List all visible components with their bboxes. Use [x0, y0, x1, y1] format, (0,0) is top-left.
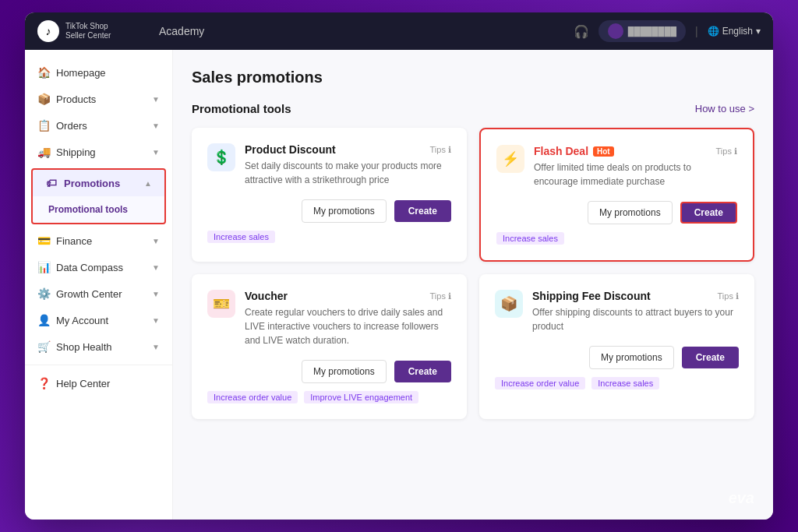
- flash-deal-title-text: Flash Deal: [534, 145, 588, 157]
- top-nav[interactable]: Academy: [159, 25, 561, 37]
- sidebar-item-orders[interactable]: 📋 Orders ▼: [25, 112, 172, 139]
- card-actions-shipping-fee-discount: My promotions Create: [495, 346, 739, 369]
- lang-label: English: [722, 26, 753, 37]
- promotions-section-highlighted: 🏷 Promotions ▲ Promotional tools: [31, 168, 166, 224]
- sidebar-label-shipping: Shipping: [56, 146, 146, 158]
- card-tags-voucher: Increase order value Improve LIVE engage…: [207, 391, 451, 403]
- hot-badge: Hot: [593, 146, 614, 157]
- app-sub: Seller Center: [65, 31, 111, 41]
- card-tips-shipping-fee-discount[interactable]: Tips ℹ: [718, 291, 739, 301]
- card-tips-product-discount[interactable]: Tips ℹ: [430, 145, 451, 155]
- my-promotions-button-voucher[interactable]: My promotions: [302, 360, 387, 383]
- card-actions-voucher: My promotions Create: [207, 360, 451, 383]
- card-desc-voucher: Create regular vouchers to drive daily s…: [245, 305, 451, 347]
- card-title-voucher: Voucher: [245, 290, 288, 302]
- sidebar-item-promotions[interactable]: 🏷 Promotions ▲: [33, 170, 164, 196]
- promotions-icon: 🏷: [45, 177, 58, 189]
- section-header: Promotional tools How to use >: [192, 102, 754, 115]
- chevron-data-compass: ▼: [152, 263, 160, 272]
- card-desc-flash-deal: Offer limited time deals on products to …: [534, 160, 737, 188]
- sidebar-item-shop-health[interactable]: 🛒 Shop Health ▼: [25, 333, 172, 360]
- card-header-shipping-fee-discount: 📦 Shipping Fee Discount Tips ℹ Offer shi…: [495, 290, 739, 333]
- sidebar-divider: [25, 365, 172, 365]
- card-info-voucher: Voucher Tips ℹ Create regular vouchers t…: [245, 290, 451, 347]
- top-bar: ♪ TikTok Shop Seller Center Academy 🎧 ██…: [25, 12, 773, 50]
- sidebar-label-growth-center: Growth Center: [56, 288, 146, 300]
- nav-academy[interactable]: Academy: [159, 25, 204, 37]
- card-title-row-product-discount: Product Discount Tips ℹ: [245, 143, 451, 156]
- sidebar-item-data-compass[interactable]: 📊 Data Compass ▼: [25, 254, 172, 280]
- main-layout: 🏠 Homepage 📦 Products ▼ 📋 Orders ▼: [25, 50, 773, 520]
- user-pill[interactable]: ████████: [598, 20, 686, 42]
- sidebar-item-my-account[interactable]: 👤 My Account ▼: [25, 307, 172, 333]
- sidebar-label-products: Products: [56, 93, 146, 105]
- page-title: Sales promotions: [192, 69, 754, 86]
- finance-icon: 💳: [37, 234, 50, 247]
- user-avatar: [608, 23, 623, 39]
- card-tags-shipping-fee-discount: Increase order value Increase sales: [495, 377, 739, 389]
- my-promotions-button-flash-deal[interactable]: My promotions: [588, 201, 673, 224]
- tag-increase-order-value-1: Increase order value: [207, 391, 298, 403]
- sidebar-item-finance[interactable]: 💳 Finance ▼: [25, 227, 172, 254]
- create-button-shipping-fee-discount[interactable]: Create: [682, 347, 739, 368]
- sidebar-label-homepage: Homepage: [56, 67, 160, 79]
- card-title-row-voucher: Voucher Tips ℹ: [245, 290, 451, 302]
- my-promotions-button-shipping-fee-discount[interactable]: My promotions: [589, 346, 674, 369]
- orders-icon: 📋: [37, 119, 50, 132]
- shipping-fee-discount-icon: 📦: [495, 290, 523, 318]
- tag-increase-order-value-2: Increase order value: [495, 377, 585, 389]
- card-header-product-discount: 💲 Product Discount Tips ℹ Set daily disc…: [207, 143, 451, 187]
- chevron-shipping: ▼: [152, 148, 160, 157]
- chevron-products: ▼: [152, 95, 160, 104]
- sidebar: 🏠 Homepage 📦 Products ▼ 📋 Orders ▼: [25, 50, 173, 520]
- card-tips-flash-deal[interactable]: Tips ℹ: [716, 146, 737, 157]
- tag-increase-sales-2: Increase sales: [496, 232, 564, 245]
- eva-watermark: eva: [729, 489, 754, 507]
- create-button-voucher[interactable]: Create: [394, 361, 451, 382]
- card-title-flash-deal: Flash Deal Hot: [534, 145, 614, 157]
- chevron-growth-center: ▼: [152, 290, 160, 298]
- user-name: ████████: [628, 26, 676, 36]
- sidebar-item-products[interactable]: 📦 Products ▼: [25, 86, 172, 112]
- voucher-icon: 🎫: [207, 290, 235, 318]
- app-name: TikTok Shop: [65, 22, 111, 31]
- sidebar-item-growth-center[interactable]: ⚙️ Growth Center ▼: [25, 280, 172, 307]
- how-to-use-link[interactable]: How to use >: [695, 103, 754, 115]
- sidebar-item-shipping[interactable]: 🚚 Shipping ▼: [25, 139, 172, 165]
- home-icon: 🏠: [37, 66, 50, 79]
- chevron-promotions: ▲: [144, 179, 152, 188]
- chevron-finance: ▼: [152, 237, 160, 245]
- language-button[interactable]: 🌐 English ▾: [708, 26, 761, 37]
- sidebar-sub-item-promotional-tools[interactable]: Promotional tools: [42, 201, 155, 218]
- my-account-icon: 👤: [37, 314, 50, 326]
- chevron-my-account: ▼: [152, 316, 160, 325]
- card-desc-shipping-fee-discount: Offer shipping discounts to attract buye…: [532, 305, 739, 333]
- shipping-icon: 🚚: [37, 146, 50, 158]
- help-center-icon: ❓: [37, 377, 50, 389]
- card-info-product-discount: Product Discount Tips ℹ Set daily discou…: [245, 143, 451, 187]
- card-product-discount: 💲 Product Discount Tips ℹ Set daily disc…: [192, 128, 467, 262]
- create-button-flash-deal[interactable]: Create: [680, 202, 737, 224]
- tiktok-logo-icon: ♪: [37, 20, 59, 42]
- my-promotions-button-product-discount[interactable]: My promotions: [302, 199, 387, 223]
- section-title: Promotional tools: [192, 102, 291, 115]
- sidebar-label-finance: Finance: [56, 235, 146, 247]
- card-tips-voucher[interactable]: Tips ℹ: [430, 291, 451, 301]
- card-shipping-fee-discount: 📦 Shipping Fee Discount Tips ℹ Offer shi…: [479, 274, 754, 419]
- sidebar-item-help-center[interactable]: ❓ Help Center: [25, 370, 172, 396]
- create-button-product-discount[interactable]: Create: [394, 200, 451, 222]
- promotions-sub-menu: Promotional tools: [33, 196, 164, 223]
- card-title-row-flash-deal: Flash Deal Hot Tips ℹ: [534, 145, 737, 157]
- content-area: Sales promotions Promotional tools How t…: [173, 50, 773, 520]
- divider: |: [695, 25, 698, 37]
- card-tags-product-discount: Increase sales: [207, 231, 451, 243]
- headset-icon[interactable]: 🎧: [574, 24, 589, 39]
- card-info-flash-deal: Flash Deal Hot Tips ℹ Offer limited time…: [534, 145, 737, 188]
- card-flash-deal: ⚡ Flash Deal Hot Tips ℹ Offer limited t: [479, 128, 754, 262]
- sidebar-label-promotions: Promotions: [64, 178, 138, 189]
- card-header-voucher: 🎫 Voucher Tips ℹ Create regular vouchers…: [207, 290, 451, 347]
- products-icon: 📦: [37, 93, 50, 105]
- sidebar-item-homepage[interactable]: 🏠 Homepage: [25, 59, 172, 86]
- sidebar-label-shop-health: Shop Health: [56, 341, 146, 353]
- card-voucher: 🎫 Voucher Tips ℹ Create regular vouchers…: [192, 274, 467, 419]
